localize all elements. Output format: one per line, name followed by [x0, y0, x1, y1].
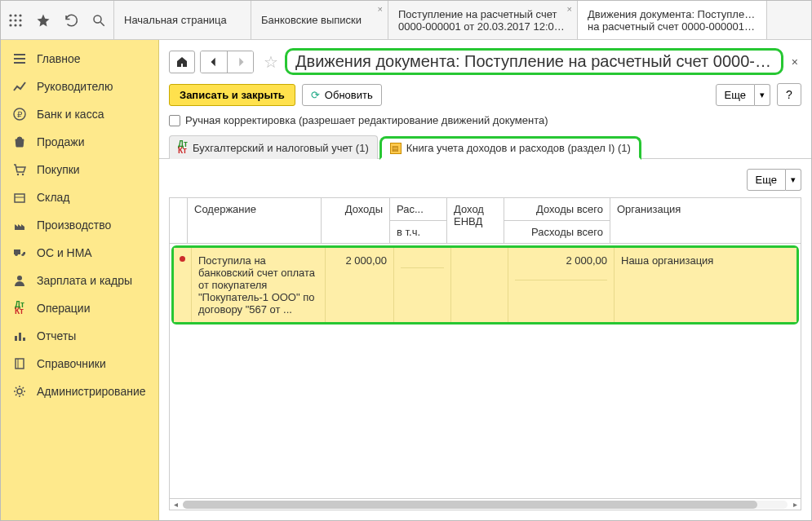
subtab-income-book[interactable]: ▤ Книга учета доходов и расходов (раздел…: [379, 136, 641, 160]
titlebar: ☆ Движения документа: Поступление на рас…: [159, 40, 811, 80]
sidebar-item-dicts[interactable]: Справочники: [1, 350, 158, 378]
col-expense[interactable]: Рас... в т.ч.: [390, 198, 447, 243]
close-icon[interactable]: ×: [567, 4, 572, 14]
cell-totals: 2 000,00: [508, 248, 615, 322]
sidebar-item-sales[interactable]: Продажи: [1, 128, 158, 156]
col-totals-top: Доходы всего: [511, 203, 603, 215]
factory-icon: [12, 218, 27, 232]
sidebar-item-operations[interactable]: ДтКт Операции: [1, 294, 158, 322]
scroll-left-icon[interactable]: ◂: [170, 499, 181, 510]
sidebar-item-purchases[interactable]: Покупки: [1, 156, 158, 183]
refresh-icon: ⟳: [311, 89, 320, 101]
sidebar-item-hr[interactable]: Зарплата и кадры: [1, 267, 158, 294]
more-dropdown-icon[interactable]: ▾: [755, 84, 770, 106]
col-org[interactable]: Организация: [610, 198, 801, 243]
svg-point-3: [9, 19, 11, 21]
tab-bank-statements[interactable]: Банковские выписки ×: [251, 1, 388, 39]
sidebar-item-label: Руководителю: [37, 80, 113, 93]
sidebar-item-admin[interactable]: Администрирование: [1, 378, 158, 405]
book-icon: [12, 356, 27, 371]
favorite-star-icon[interactable]: ☆: [262, 53, 280, 71]
sidebar-item-label: Справочники: [37, 357, 106, 370]
table-header: Содержание Доходы Рас... в т.ч. Доход ЕН…: [170, 198, 801, 244]
col-marker[interactable]: [170, 198, 188, 243]
tab-label: Банковские выписки: [261, 14, 378, 26]
svg-point-1: [14, 14, 16, 16]
sidebar-item-label: Производство: [37, 219, 111, 232]
sidebar-item-production[interactable]: Производство: [1, 211, 158, 239]
home-button[interactable]: [169, 51, 195, 73]
sidebar-item-bank[interactable]: ₽ Банк и касса: [1, 100, 158, 128]
svg-rect-15: [15, 194, 24, 202]
col-expense-sub: в т.ч.: [390, 220, 446, 243]
svg-line-10: [100, 22, 104, 26]
ruble-icon: ₽: [12, 107, 27, 121]
sidebar-item-main[interactable]: Главное: [1, 45, 158, 73]
svg-rect-20: [16, 359, 24, 369]
subtab-accounting[interactable]: ДтКт Бухгалтерский и налоговый учет (1): [169, 135, 378, 159]
dtkt-icon: ДтКт: [12, 301, 27, 316]
col-description[interactable]: Содержание: [188, 198, 322, 243]
tab-home[interactable]: Начальная страница: [114, 1, 251, 39]
toolbar: Записать и закрыть ⟳ Обновить Еще ▾ ?: [159, 80, 811, 114]
table-body[interactable]: Поступила на банковский счет оплата от п…: [170, 244, 801, 498]
col-envd[interactable]: Доход ЕНВД: [447, 198, 504, 243]
svg-text:₽: ₽: [17, 110, 23, 119]
sidebar-item-assets[interactable]: ОС и НМА: [1, 239, 158, 267]
inner-more-dropdown-icon[interactable]: ▾: [786, 169, 801, 191]
history-icon[interactable]: [63, 12, 79, 29]
more-button[interactable]: Еще: [716, 84, 755, 106]
horizontal-scrollbar[interactable]: ◂ ▸: [170, 498, 801, 510]
refresh-button[interactable]: ⟳ Обновить: [302, 84, 382, 106]
svg-point-16: [17, 276, 22, 280]
cell-total-income: 2 000,00: [515, 254, 607, 267]
help-button[interactable]: ?: [777, 83, 801, 106]
tab-label: Поступление на расчетный счет: [398, 8, 567, 20]
nav-back-forward: [200, 51, 254, 73]
svg-point-4: [14, 19, 16, 21]
close-icon[interactable]: ×: [378, 4, 383, 14]
inner-more-button[interactable]: Еще: [747, 169, 786, 191]
back-button[interactable]: [201, 51, 227, 73]
table-row[interactable]: Поступила на банковский счет оплата от п…: [171, 245, 799, 325]
apps-icon[interactable]: [7, 12, 24, 29]
sidebar: Главное Руководителю ₽ Банк и касса Прод…: [1, 40, 159, 520]
menu-icon: [12, 51, 27, 66]
close-page-button[interactable]: ×: [788, 55, 801, 68]
tab-label: Движения документа: Поступление: [588, 8, 757, 20]
tab-movements[interactable]: Движения документа: Поступление на расче…: [578, 1, 767, 39]
cell-description: Поступила на банковский счет оплата от п…: [192, 248, 326, 322]
svg-point-9: [94, 15, 101, 23]
svg-rect-19: [23, 338, 25, 341]
page-title: Движения документа: Поступление на расче…: [285, 48, 783, 75]
scroll-track[interactable]: [183, 501, 788, 509]
sidebar-item-label: Банк и касса: [37, 108, 104, 121]
scroll-thumb[interactable]: [183, 501, 757, 509]
sidebar-item-reports[interactable]: Отчеты: [1, 322, 158, 350]
col-totals-bot: Расходы всего: [504, 220, 610, 243]
cart-icon: [12, 162, 27, 177]
sidebar-item-label: Покупки: [37, 163, 80, 176]
status-dot-icon: [180, 256, 185, 262]
tab-income-doc[interactable]: Поступление на расчетный счет 0000-00000…: [388, 1, 578, 39]
person-icon: [12, 273, 27, 288]
table: Содержание Доходы Рас... в т.ч. Доход ЕН…: [169, 197, 801, 510]
manual-edit-checkbox[interactable]: [169, 115, 180, 126]
col-income[interactable]: Доходы: [322, 198, 390, 243]
subtabs: ДтКт Бухгалтерский и налоговый учет (1) …: [159, 135, 811, 159]
sidebar-item-label: Главное: [37, 52, 81, 65]
main: ☆ Движения документа: Поступление на рас…: [159, 40, 811, 520]
search-icon[interactable]: [91, 12, 107, 29]
scroll-right-icon[interactable]: ▸: [789, 499, 801, 510]
svg-point-8: [19, 24, 21, 26]
svg-point-13: [17, 174, 19, 175]
cell-income: 2 000,00: [326, 248, 394, 322]
cell-org: Наша организация: [615, 248, 796, 322]
save-close-button[interactable]: Записать и закрыть: [169, 84, 295, 106]
sidebar-item-manager[interactable]: Руководителю: [1, 73, 158, 100]
tab-sublabel: на расчетный счет 0000-000001 от...: [588, 20, 757, 33]
forward-button[interactable]: [227, 51, 253, 73]
sidebar-item-stock[interactable]: Склад: [1, 183, 158, 211]
star-icon[interactable]: [35, 12, 51, 29]
col-totals[interactable]: Доходы всего Расходы всего: [504, 198, 610, 243]
